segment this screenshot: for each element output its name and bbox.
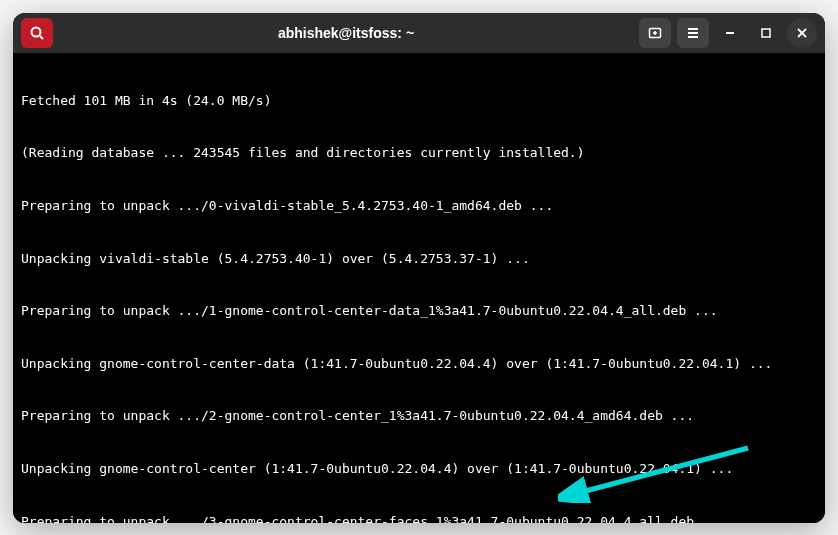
new-tab-icon xyxy=(647,25,663,41)
minimize-icon xyxy=(722,25,738,41)
new-tab-button[interactable] xyxy=(639,18,671,48)
window-title: abhishek@itsfoss: ~ xyxy=(53,25,639,41)
terminal-line: Preparing to unpack .../0-vivaldi-stable… xyxy=(21,197,817,215)
terminal-line: Unpacking vivaldi-stable (5.4.2753.40-1)… xyxy=(21,250,817,268)
maximize-icon xyxy=(758,25,774,41)
terminal-line: (Reading database ... 243545 files and d… xyxy=(21,144,817,162)
terminal-line: Unpacking gnome-control-center (1:41.7-0… xyxy=(21,460,817,478)
svg-line-1 xyxy=(40,36,43,39)
svg-rect-9 xyxy=(762,29,770,37)
minimize-button[interactable] xyxy=(715,18,745,48)
terminal-window: abhishek@itsfoss: ~ xyxy=(13,13,825,523)
maximize-button[interactable] xyxy=(751,18,781,48)
terminal-content[interactable]: Fetched 101 MB in 4s (24.0 MB/s) (Readin… xyxy=(13,53,825,523)
svg-point-0 xyxy=(32,27,41,36)
close-icon xyxy=(794,25,810,41)
close-button[interactable] xyxy=(787,18,817,48)
terminal-line: Fetched 101 MB in 4s (24.0 MB/s) xyxy=(21,92,817,110)
hamburger-icon xyxy=(685,25,701,41)
search-button[interactable] xyxy=(21,18,53,48)
menu-button[interactable] xyxy=(677,18,709,48)
terminal-line: Unpacking gnome-control-center-data (1:4… xyxy=(21,355,817,373)
titlebar: abhishek@itsfoss: ~ xyxy=(13,13,825,53)
terminal-line: Preparing to unpack .../3-gnome-control-… xyxy=(21,513,817,523)
search-icon xyxy=(29,25,45,41)
terminal-line: Preparing to unpack .../2-gnome-control-… xyxy=(21,407,817,425)
terminal-line: Preparing to unpack .../1-gnome-control-… xyxy=(21,302,817,320)
